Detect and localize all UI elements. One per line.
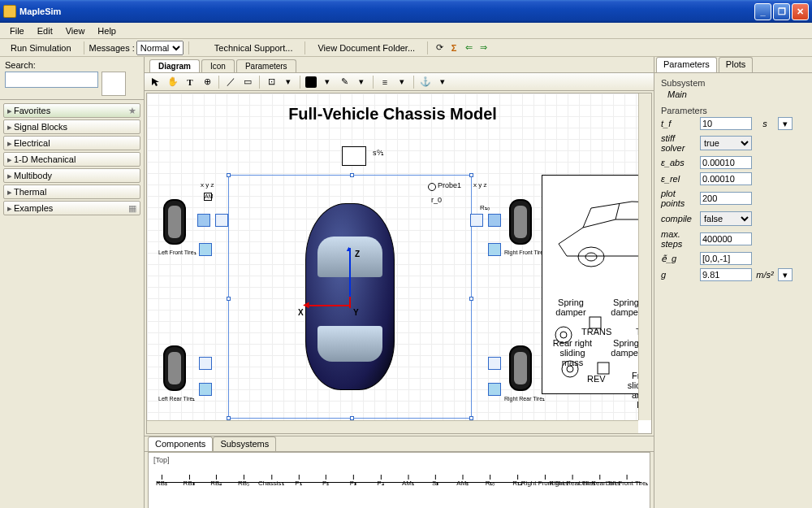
tech-support-button[interactable]: Technical Support... bbox=[207, 41, 300, 55]
minimize-button[interactable]: _ bbox=[754, 3, 771, 20]
block-lr2[interactable] bbox=[199, 383, 212, 396]
param-select[interactable]: true bbox=[700, 136, 752, 150]
block-rf3[interactable] bbox=[488, 243, 501, 256]
lineweight-dropdown-icon[interactable]: ▾ bbox=[394, 75, 410, 89]
svg-rect-18 bbox=[598, 363, 609, 374]
run-simulation-button[interactable]: Run Simulation bbox=[3, 41, 79, 55]
block-lr1[interactable] bbox=[199, 357, 212, 370]
breadcrumb[interactable]: [Top] bbox=[153, 456, 170, 464]
block-lf1[interactable] bbox=[197, 214, 210, 227]
probe-icon[interactable] bbox=[428, 183, 436, 191]
param-input[interactable] bbox=[700, 117, 752, 130]
bottom-tab-subsystems[interactable]: Subsystems bbox=[213, 436, 276, 451]
param-row: max. steps bbox=[661, 229, 806, 249]
timeline-item[interactable]: P₄ bbox=[378, 480, 384, 487]
palette-item-multibody[interactable]: ▸Multibody bbox=[3, 168, 140, 183]
anchor-dropdown-icon[interactable]: ▾ bbox=[434, 75, 451, 89]
bottom-tab-components[interactable]: Components bbox=[148, 436, 213, 451]
diagram-canvas[interactable]: Full-Vehicle Chassis Model s⁰⁄₁ bbox=[147, 93, 638, 420]
param-input[interactable] bbox=[700, 252, 752, 265]
forward-icon[interactable]: ⇒ bbox=[477, 41, 490, 54]
block-rr2[interactable] bbox=[488, 383, 501, 396]
line-tool-icon[interactable]: ／ bbox=[222, 75, 239, 89]
view-tab-icon[interactable]: Icon bbox=[201, 59, 235, 72]
block-lf3[interactable] bbox=[199, 243, 212, 256]
anchor-tool-icon[interactable]: ⚓ bbox=[417, 75, 434, 89]
block-rr1[interactable] bbox=[488, 357, 501, 370]
vertical-scrollbar[interactable] bbox=[638, 93, 651, 420]
fill-dropdown-icon[interactable]: ▾ bbox=[319, 75, 335, 89]
menu-view[interactable]: View bbox=[59, 24, 92, 37]
svg-rect-12 bbox=[590, 317, 601, 328]
param-input[interactable] bbox=[700, 268, 752, 281]
tire-right-front[interactable] bbox=[509, 199, 532, 245]
pointer-tool-icon[interactable] bbox=[148, 75, 164, 89]
unit-dropdown-icon[interactable]: ▾ bbox=[778, 268, 793, 281]
svg-point-7 bbox=[567, 366, 573, 372]
sum-icon[interactable]: Σ bbox=[447, 41, 460, 54]
timeline-item[interactable]: R₁₀ bbox=[486, 480, 495, 487]
right-tab-plots[interactable]: Plots bbox=[719, 57, 753, 72]
timeline-item[interactable]: Left Front Tire₁ bbox=[606, 480, 649, 487]
rect-tool-icon[interactable]: ▭ bbox=[240, 75, 256, 89]
close-button[interactable]: ✕ bbox=[792, 3, 809, 20]
timeline-item[interactable]: Chassis₁ bbox=[258, 480, 283, 487]
tire-left-rear[interactable] bbox=[163, 345, 186, 391]
palette-item-thermal[interactable]: ▸Thermal bbox=[3, 185, 140, 199]
search-input[interactable] bbox=[5, 72, 98, 88]
timeline-item[interactable]: S₃ bbox=[432, 480, 438, 487]
param-input[interactable] bbox=[700, 192, 752, 205]
menu-help[interactable]: Help bbox=[91, 24, 123, 37]
timeline-item[interactable]: AM₁ bbox=[402, 480, 414, 487]
timeline-item[interactable]: AM₂ bbox=[456, 480, 469, 487]
pen-tool-icon[interactable]: ✎ bbox=[336, 75, 352, 89]
palette-item-electrical[interactable]: ▸Electrical bbox=[3, 136, 140, 150]
timeline-item[interactable]: P₂ bbox=[322, 480, 329, 487]
menu-file[interactable]: File bbox=[3, 24, 31, 37]
fill-black-icon[interactable] bbox=[305, 76, 317, 88]
palette-item-favorites[interactable]: ▸Favorites★ bbox=[3, 103, 140, 118]
view-doc-folder-button[interactable]: View Document Folder... bbox=[310, 41, 422, 55]
back-icon[interactable]: ⇐ bbox=[462, 41, 475, 54]
source-block[interactable] bbox=[342, 146, 366, 166]
param-label: ε_abs bbox=[661, 158, 697, 167]
param-input[interactable] bbox=[700, 232, 752, 245]
view-tab-diagram[interactable]: Diagram bbox=[149, 59, 200, 72]
sidebar: Search: ▸Favorites★▸Signal Blocks▸Electr… bbox=[0, 57, 145, 508]
hand-tool-icon[interactable]: ✋ bbox=[165, 75, 181, 89]
probe-tool-icon[interactable]: ⊕ bbox=[199, 75, 215, 89]
lineweight-icon[interactable]: ≡ bbox=[377, 75, 393, 89]
param-input[interactable] bbox=[700, 172, 752, 185]
palette-item-1-d-mechanical[interactable]: ▸1-D Mechanical bbox=[3, 152, 140, 167]
timeline-item[interactable]: RB₃ bbox=[184, 480, 195, 487]
param-row: ε_abs bbox=[661, 156, 806, 169]
timeline-item[interactable]: RB₄ bbox=[210, 480, 222, 487]
block-rf2[interactable] bbox=[470, 214, 483, 227]
tire-right-rear[interactable] bbox=[509, 345, 532, 391]
svg-point-0 bbox=[578, 247, 604, 267]
param-input[interactable] bbox=[700, 156, 752, 169]
maximize-button[interactable]: ❐ bbox=[773, 3, 790, 20]
param-select[interactable]: false bbox=[700, 211, 752, 226]
tire-left-front[interactable] bbox=[163, 199, 186, 245]
param-label: compile bbox=[661, 214, 697, 224]
right-tab-parameters[interactable]: Parameters bbox=[656, 57, 717, 72]
pen-dropdown-icon[interactable]: ▾ bbox=[353, 75, 369, 89]
timeline-item[interactable]: P₁ bbox=[295, 480, 301, 487]
view-tab-parameters[interactable]: Parameters bbox=[236, 59, 296, 72]
text-tool-icon[interactable]: T bbox=[182, 75, 198, 89]
menu-edit[interactable]: Edit bbox=[31, 24, 59, 37]
palette-item-signal-blocks[interactable]: ▸Signal Blocks bbox=[3, 119, 140, 134]
zoom-dropdown-icon[interactable]: ▾ bbox=[280, 75, 296, 89]
timeline-item[interactable]: RB₂ bbox=[156, 480, 167, 487]
timeline-item[interactable]: P₃ bbox=[350, 480, 356, 487]
horizontal-scrollbar[interactable] bbox=[147, 420, 638, 433]
messages-select[interactable]: Normal bbox=[136, 41, 184, 55]
zoom-fit-icon[interactable]: ⊡ bbox=[263, 75, 279, 89]
palette-item-examples[interactable]: ▸Examples▦ bbox=[3, 201, 140, 215]
timeline-item[interactable]: RB₅ bbox=[238, 480, 249, 487]
unit-dropdown-icon[interactable]: ▾ bbox=[778, 117, 793, 130]
block-rf1[interactable] bbox=[488, 214, 501, 227]
block-lf2[interactable] bbox=[215, 214, 228, 227]
refresh-icon[interactable]: ⟳ bbox=[433, 41, 446, 54]
